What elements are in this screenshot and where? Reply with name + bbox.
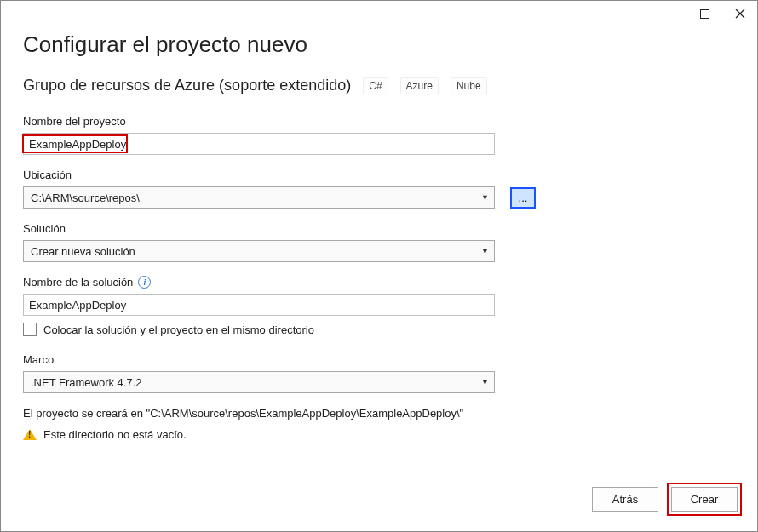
solution-label: Solución [23, 222, 735, 235]
tag-nube: Nube [451, 77, 487, 94]
project-name-input[interactable] [23, 133, 495, 155]
warning-text: Este directorio no está vacío. [43, 428, 187, 441]
location-dropdown[interactable]: C:\ARM\source\repos\ ▼ [23, 186, 495, 209]
page-title: Configurar el proyecto nuevo [23, 31, 735, 58]
location-value: C:\ARM\source\repos\ [31, 192, 140, 204]
tag-csharp: C# [363, 77, 388, 94]
warning-icon [23, 429, 37, 440]
framework-value: .NET Framework 4.7.2 [31, 376, 142, 389]
maximize-button[interactable] [692, 4, 716, 23]
tag-azure: Azure [400, 77, 439, 94]
framework-label: Marco [23, 353, 735, 366]
chevron-down-icon: ▼ [481, 247, 489, 255]
solution-value: Crear nueva solución [31, 245, 135, 258]
highlight-create-button: Crear [667, 483, 742, 516]
project-name-label: Nombre del proyecto [23, 115, 735, 128]
path-info: El proyecto se creará en "C:\ARM\source\… [23, 407, 735, 420]
subtitle: Grupo de recursos de Azure (soporte exte… [23, 77, 351, 94]
info-icon[interactable]: i [138, 276, 151, 289]
solution-dropdown[interactable]: Crear nueva solución ▼ [23, 240, 495, 262]
close-button[interactable] [728, 4, 752, 23]
location-label: Ubicación [23, 169, 735, 181]
chevron-down-icon: ▼ [481, 193, 489, 202]
back-button[interactable]: Atrás [592, 487, 658, 512]
same-dir-label: Colocar la solución y el proyecto en el … [43, 323, 314, 336]
same-dir-checkbox[interactable] [23, 323, 37, 336]
solution-name-label: Nombre de la solución [23, 276, 133, 289]
browse-button[interactable]: ... [510, 187, 536, 209]
framework-dropdown[interactable]: .NET Framework 4.7.2 ▼ [23, 371, 495, 393]
create-button[interactable]: Crear [671, 487, 738, 512]
svg-rect-0 [700, 9, 709, 18]
solution-name-input[interactable] [23, 294, 495, 316]
chevron-down-icon: ▼ [481, 378, 489, 386]
